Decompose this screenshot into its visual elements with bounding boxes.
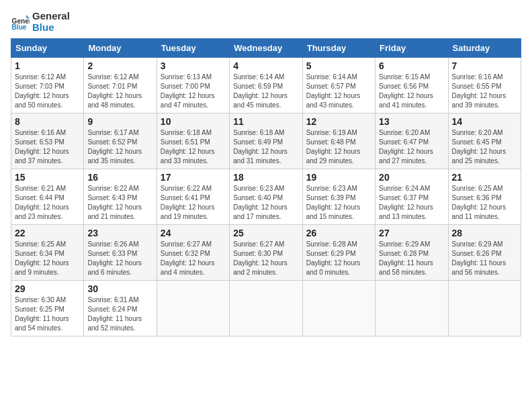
calendar-cell: 3 Sunrise: 6:13 AM Sunset: 7:00 PM Dayli…: [157, 58, 229, 113]
day-number: 24: [161, 228, 226, 238]
day-number: 9: [87, 116, 152, 127]
page-header: General Blue General Blue: [11, 11, 521, 33]
day-info: Sunrise: 6:23 AM Sunset: 6:40 PM Dayligh…: [233, 184, 298, 222]
calendar-cell: 13 Sunrise: 6:20 AM Sunset: 6:47 PM Dayl…: [375, 113, 448, 169]
day-number: 29: [15, 283, 80, 294]
day-number: 23: [87, 228, 152, 238]
day-info: Sunrise: 6:27 AM Sunset: 6:32 PM Dayligh…: [161, 240, 226, 277]
day-number: 22: [15, 228, 80, 238]
day-info: Sunrise: 6:25 AM Sunset: 6:34 PM Dayligh…: [15, 240, 80, 277]
calendar-cell: 16 Sunrise: 6:22 AM Sunset: 6:43 PM Dayl…: [84, 169, 157, 225]
calendar-cell: 2 Sunrise: 6:12 AM Sunset: 7:01 PM Dayli…: [84, 58, 157, 113]
day-number: 5: [306, 60, 371, 71]
calendar-cell: 14 Sunrise: 6:20 AM Sunset: 6:45 PM Dayl…: [448, 113, 521, 169]
day-info: Sunrise: 6:20 AM Sunset: 6:47 PM Dayligh…: [379, 128, 444, 166]
day-number: 26: [306, 228, 371, 238]
day-number: 1: [15, 60, 80, 71]
calendar-cell: 21 Sunrise: 6:25 AM Sunset: 6:36 PM Dayl…: [448, 169, 521, 225]
logo-text-line2: Blue: [32, 22, 70, 34]
day-number: 13: [379, 116, 444, 127]
day-number: 2: [87, 60, 152, 71]
day-number: 14: [452, 116, 517, 127]
calendar-cell: 25 Sunrise: 6:27 AM Sunset: 6:30 PM Dayl…: [230, 225, 302, 281]
day-info: Sunrise: 6:20 AM Sunset: 6:45 PM Dayligh…: [452, 128, 517, 166]
calendar-cell: [230, 281, 302, 336]
calendar-cell: 19 Sunrise: 6:23 AM Sunset: 6:39 PM Dayl…: [302, 169, 375, 225]
calendar-cell: 10 Sunrise: 6:18 AM Sunset: 6:51 PM Dayl…: [157, 113, 229, 169]
day-info: Sunrise: 6:23 AM Sunset: 6:39 PM Dayligh…: [306, 184, 371, 222]
day-info: Sunrise: 6:12 AM Sunset: 7:03 PM Dayligh…: [15, 73, 80, 110]
logo: General Blue General Blue: [11, 11, 70, 33]
calendar-cell: 23 Sunrise: 6:26 AM Sunset: 6:33 PM Dayl…: [84, 225, 157, 281]
weekday-header-tuesday: Tuesday: [157, 39, 229, 58]
day-number: 3: [161, 60, 226, 71]
calendar-cell: 11 Sunrise: 6:18 AM Sunset: 6:49 PM Dayl…: [230, 113, 302, 169]
day-info: Sunrise: 6:31 AM Sunset: 6:24 PM Dayligh…: [87, 295, 152, 333]
day-number: 19: [306, 172, 371, 183]
calendar-cell: 24 Sunrise: 6:27 AM Sunset: 6:32 PM Dayl…: [157, 225, 229, 281]
weekday-header-friday: Friday: [375, 39, 448, 58]
calendar-cell: 30 Sunrise: 6:31 AM Sunset: 6:24 PM Dayl…: [84, 281, 157, 336]
day-info: Sunrise: 6:29 AM Sunset: 6:28 PM Dayligh…: [379, 240, 444, 277]
calendar-cell: [157, 281, 229, 336]
day-number: 12: [306, 116, 371, 127]
day-info: Sunrise: 6:16 AM Sunset: 6:55 PM Dayligh…: [452, 73, 517, 110]
calendar-cell: 7 Sunrise: 6:16 AM Sunset: 6:55 PM Dayli…: [448, 58, 521, 113]
calendar-cell: 17 Sunrise: 6:22 AM Sunset: 6:41 PM Dayl…: [157, 169, 229, 225]
calendar-cell: 1 Sunrise: 6:12 AM Sunset: 7:03 PM Dayli…: [11, 58, 84, 113]
logo-text-line1: General: [32, 11, 70, 22]
weekday-header-saturday: Saturday: [448, 39, 521, 58]
weekday-header-sunday: Sunday: [11, 39, 84, 58]
day-number: 4: [233, 60, 298, 71]
day-number: 30: [87, 283, 152, 294]
svg-text:Blue: Blue: [12, 23, 27, 30]
calendar-cell: 6 Sunrise: 6:15 AM Sunset: 6:56 PM Dayli…: [375, 58, 448, 113]
calendar-cell: 8 Sunrise: 6:16 AM Sunset: 6:53 PM Dayli…: [11, 113, 84, 169]
day-info: Sunrise: 6:28 AM Sunset: 6:29 PM Dayligh…: [306, 240, 371, 277]
day-number: 18: [233, 172, 298, 183]
calendar-cell: [375, 281, 448, 336]
calendar-cell: 15 Sunrise: 6:21 AM Sunset: 6:44 PM Dayl…: [11, 169, 84, 225]
weekday-header-wednesday: Wednesday: [230, 39, 302, 58]
day-info: Sunrise: 6:22 AM Sunset: 6:41 PM Dayligh…: [161, 184, 226, 222]
day-info: Sunrise: 6:17 AM Sunset: 6:52 PM Dayligh…: [87, 128, 152, 166]
day-number: 11: [233, 116, 298, 127]
weekday-header-thursday: Thursday: [302, 39, 375, 58]
day-info: Sunrise: 6:18 AM Sunset: 6:49 PM Dayligh…: [233, 128, 298, 166]
day-info: Sunrise: 6:21 AM Sunset: 6:44 PM Dayligh…: [15, 184, 80, 222]
day-info: Sunrise: 6:30 AM Sunset: 6:25 PM Dayligh…: [15, 295, 80, 333]
logo-icon: General Blue: [11, 13, 30, 32]
day-info: Sunrise: 6:19 AM Sunset: 6:48 PM Dayligh…: [306, 128, 371, 166]
day-number: 8: [15, 116, 80, 127]
day-number: 16: [87, 172, 152, 183]
calendar-cell: 20 Sunrise: 6:24 AM Sunset: 6:37 PM Dayl…: [375, 169, 448, 225]
calendar-cell: 18 Sunrise: 6:23 AM Sunset: 6:40 PM Dayl…: [230, 169, 302, 225]
day-number: 27: [379, 228, 444, 238]
calendar-cell: 12 Sunrise: 6:19 AM Sunset: 6:48 PM Dayl…: [302, 113, 375, 169]
calendar-cell: 4 Sunrise: 6:14 AM Sunset: 6:59 PM Dayli…: [230, 58, 302, 113]
day-info: Sunrise: 6:25 AM Sunset: 6:36 PM Dayligh…: [452, 184, 517, 222]
calendar-cell: 5 Sunrise: 6:14 AM Sunset: 6:57 PM Dayli…: [302, 58, 375, 113]
day-number: 15: [15, 172, 80, 183]
day-info: Sunrise: 6:13 AM Sunset: 7:00 PM Dayligh…: [161, 73, 226, 110]
day-info: Sunrise: 6:18 AM Sunset: 6:51 PM Dayligh…: [161, 128, 226, 166]
day-number: 10: [161, 116, 226, 127]
day-number: 21: [452, 172, 517, 183]
day-info: Sunrise: 6:27 AM Sunset: 6:30 PM Dayligh…: [233, 240, 298, 277]
calendar-cell: 26 Sunrise: 6:28 AM Sunset: 6:29 PM Dayl…: [302, 225, 375, 281]
day-number: 20: [379, 172, 444, 183]
calendar-cell: [448, 281, 521, 336]
day-info: Sunrise: 6:26 AM Sunset: 6:33 PM Dayligh…: [87, 240, 152, 277]
day-number: 25: [233, 228, 298, 238]
weekday-header-monday: Monday: [84, 39, 157, 58]
day-info: Sunrise: 6:15 AM Sunset: 6:56 PM Dayligh…: [379, 73, 444, 110]
day-info: Sunrise: 6:16 AM Sunset: 6:53 PM Dayligh…: [15, 128, 80, 166]
day-info: Sunrise: 6:12 AM Sunset: 7:01 PM Dayligh…: [87, 73, 152, 110]
day-number: 6: [379, 60, 444, 71]
calendar-cell: [302, 281, 375, 336]
calendar-table: SundayMondayTuesdayWednesdayThursdayFrid…: [11, 38, 521, 336]
calendar-cell: 28 Sunrise: 6:29 AM Sunset: 6:26 PM Dayl…: [448, 225, 521, 281]
day-info: Sunrise: 6:14 AM Sunset: 6:59 PM Dayligh…: [233, 73, 298, 110]
day-info: Sunrise: 6:22 AM Sunset: 6:43 PM Dayligh…: [87, 184, 152, 222]
day-number: 28: [452, 228, 517, 238]
